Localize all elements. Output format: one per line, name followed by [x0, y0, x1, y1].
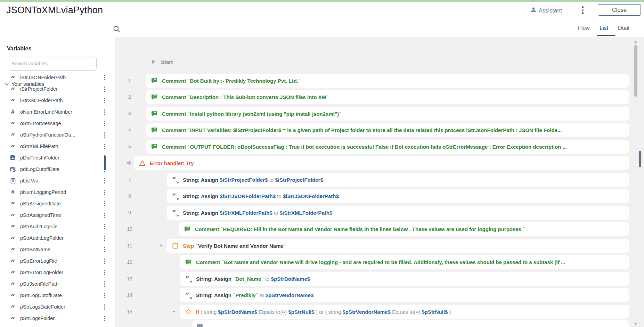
row-number: 9	[124, 210, 135, 215]
variable-item-oStrErrorMessage[interactable]: ”oStrErrorMessage	[0, 118, 115, 129]
kebab-icon[interactable]	[102, 223, 107, 231]
kebab-icon[interactable]	[102, 257, 107, 265]
variable-name: pDicFilesInFolder	[20, 155, 59, 161]
variable-name: pStrErrorLogFolder	[20, 270, 63, 275]
kebab-icon[interactable]	[102, 142, 107, 151]
action-row-10[interactable]: Comment "REQUIRED: Fill in the Bot Name …	[179, 222, 629, 236]
action-row-1[interactable]: Comment "Bot Built by :- Predikly Techno…	[146, 74, 629, 88]
kebab-icon[interactable]	[102, 292, 107, 300]
page-title: JSONToXMLviaPython	[6, 5, 103, 16]
comment-icon	[185, 259, 191, 265]
string-type-icon: ”	[11, 249, 15, 253]
kebab-icon[interactable]	[102, 211, 107, 220]
kebab-icon[interactable]	[102, 269, 107, 277]
action-text: Comment "Install python library json2xml…	[162, 111, 345, 117]
variable-item-pStrJsonFilePath[interactable]: ”pStrJsonFilePath	[0, 278, 115, 290]
variable-item-pNumLoggingPeriod[interactable]: #pNumLoggingPeriod	[0, 187, 115, 198]
kebab-icon[interactable]	[102, 246, 107, 254]
header-bar: JSONToXMLviaPython Assistant Close	[0, 2, 644, 18]
variable-item-pStrLogCutoffDate[interactable]: ”pStrLogCutoffDate	[0, 290, 115, 301]
if-icon	[185, 309, 191, 315]
variable-item-iStrXMLFolderPath[interactable]: ”iStrXMLFolderPath	[0, 95, 115, 106]
string-type-icon: ”	[11, 203, 15, 207]
variable-item-pStrAuditLogFile[interactable]: ”pStrAuditLogFile	[0, 221, 115, 232]
string-assign-icon: ”	[172, 193, 178, 199]
kebab-icon[interactable]	[102, 74, 107, 82]
variable-item-iStrProjectFolder[interactable]: ”iStrProjectFolder	[0, 83, 115, 95]
kebab-icon[interactable]	[102, 97, 107, 105]
variable-item-oStrPythonFunctionOu[interactable]: ”oStrPythonFunctionOu...	[0, 129, 115, 141]
assistant-button[interactable]: Assistant	[531, 6, 562, 15]
variable-item-pDicFilesInFolder[interactable]: AapDicFilesInFolder	[0, 152, 115, 164]
action-row-5[interactable]: Comment "OUTPUT FOLDER: oBoolSuccessFlag…	[146, 140, 629, 154]
action-row-6[interactable]: Error handler: Try	[134, 156, 629, 170]
action-text: If ( string $pStrBotName$ Equals to(=) $…	[196, 309, 455, 315]
action-row-14[interactable]: ”String: Assign "Predikly" to $pStrVendo…	[180, 288, 629, 302]
kebab-icon[interactable]	[102, 85, 107, 93]
action-row-15[interactable]: If ( string $pStrBotName$ Equals to(=) $…	[180, 305, 629, 319]
start-node[interactable]: Start	[152, 58, 173, 66]
variable-item-iStrJSONFolderPath[interactable]: ”iStrJSONFolderPath	[0, 72, 115, 83]
variable-item-oStrXMLFilePath[interactable]: ”oStrXMLFilePath	[0, 141, 115, 152]
canvas-scrollbar-thumb[interactable]	[634, 45, 637, 97]
variables-search-input[interactable]	[7, 57, 97, 71]
variable-item-pStrLogsDateFolder[interactable]: ”pStrLogsDateFolder	[0, 301, 115, 313]
row-number: 3	[124, 111, 135, 116]
variable-item-pStrErrorLogFolder[interactable]: ”pStrErrorLogFolder	[0, 267, 115, 278]
variable-item-oNumErrorLineNumber[interactable]: #oNumErrorLineNumber	[0, 106, 115, 118]
close-button[interactable]: Close	[598, 4, 641, 16]
action-text: String: Assign $iStrXMLFolderPath$ to $i…	[183, 210, 336, 216]
variable-item-pdtLogCutoffDate[interactable]: pdtLogCutoffDate	[0, 164, 115, 175]
action-row-13[interactable]: ”String: Assign "Bot_Name" to $pStrBotNa…	[180, 272, 629, 286]
row-number: 7	[124, 177, 135, 182]
row-number: 2	[124, 94, 135, 100]
action-row-3[interactable]: Comment "Install python library json2xml…	[146, 107, 629, 121]
collapse-chevron-icon[interactable]	[159, 245, 163, 247]
selected-row-indicator	[104, 156, 106, 170]
action-row-12[interactable]: Comment "Bot Name and Vendor Name will d…	[180, 255, 629, 269]
search-icon[interactable]	[113, 25, 120, 34]
row-number: 1	[124, 78, 135, 83]
variable-name: pStrErrorLogFile	[20, 258, 57, 264]
kebab-icon[interactable]	[102, 303, 107, 311]
action-row-4[interactable]: Comment "INPUT Variables: $iStrProjectFo…	[146, 123, 629, 137]
canvas-scroll-down-icon[interactable]	[634, 323, 637, 325]
variable-item-pStrErrorLogFile[interactable]: ”pStrErrorLogFile	[0, 255, 115, 267]
expand-right-icon	[152, 60, 155, 64]
variable-item-pStrBotName[interactable]: ”pStrBotName	[0, 244, 115, 255]
variable-item-pListVar[interactable]: pListVar	[0, 175, 115, 187]
action-row-partial[interactable]	[192, 320, 629, 327]
kebab-icon[interactable]	[102, 120, 107, 128]
error-handler-icon	[139, 160, 146, 166]
variable-name: pStrAuditLogFolder	[20, 235, 64, 241]
action-row-7[interactable]: ”String: Assign $iStrProjectFolder$ to $…	[167, 173, 629, 187]
kebab-icon[interactable]	[102, 200, 107, 208]
variable-item-pStrAssignedTime[interactable]: ”pStrAssignedTime	[0, 210, 115, 221]
more-options-kebab-icon[interactable]	[580, 5, 586, 15]
kebab-icon[interactable]	[102, 177, 107, 185]
step-icon	[172, 243, 178, 249]
tab-flow[interactable]: Flow	[578, 25, 590, 31]
variable-item-pStrLogsFolder[interactable]: ”pStrLogsFolder	[0, 313, 115, 324]
number-type-icon: #	[11, 108, 14, 115]
kebab-icon[interactable]	[102, 131, 107, 139]
action-row-8[interactable]: ”String: Assign $iStrJSONFolderPath$ to …	[167, 189, 629, 203]
collapse-chevron-icon[interactable]	[126, 162, 130, 164]
collapse-chevron-icon[interactable]	[172, 311, 176, 313]
kebab-icon[interactable]	[102, 314, 107, 323]
variable-item-pStrAssignedDate[interactable]: ”pStrAssignedDate	[0, 198, 115, 210]
canvas-scroll-up-icon[interactable]	[634, 41, 637, 43]
action-row-11[interactable]: Step "Verify Bot Name and Vendor Name"	[167, 239, 629, 253]
variable-name: iStrJSONFolderPath	[20, 75, 66, 80]
kebab-icon[interactable]	[102, 234, 107, 243]
tab-dual[interactable]: Dual	[618, 25, 629, 31]
kebab-icon[interactable]	[102, 108, 107, 116]
tab-list[interactable]: List	[600, 25, 608, 31]
variable-item-pStrAuditLogFolder[interactable]: ”pStrAuditLogFolder	[0, 232, 115, 244]
kebab-icon[interactable]	[102, 280, 107, 288]
variable-name: pStrAssignedDate	[20, 201, 61, 206]
action-row-9[interactable]: ”String: Assign $iStrXMLFolderPath$ to $…	[167, 206, 629, 220]
string-type-icon: ”	[11, 146, 15, 149]
action-row-2[interactable]: Comment "Description : This Sub-bot conv…	[146, 90, 629, 104]
kebab-icon[interactable]	[102, 188, 107, 197]
